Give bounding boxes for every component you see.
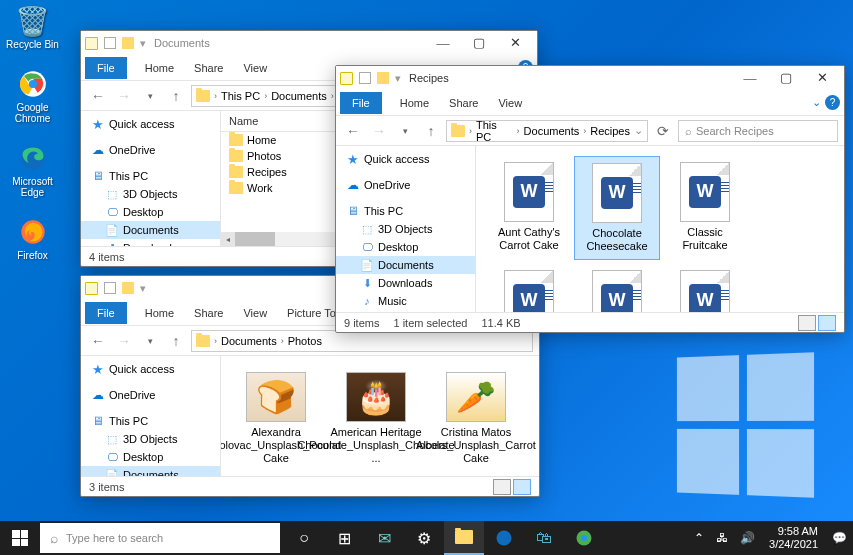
network-icon[interactable]: 🖧	[710, 521, 734, 555]
nav-this-pc[interactable]: 🖥This PC	[81, 412, 220, 430]
share-tab[interactable]: Share	[439, 92, 488, 114]
back-button[interactable]: ←	[342, 120, 364, 142]
file-tab[interactable]: File	[340, 92, 382, 114]
mail-app[interactable]: ✉	[364, 521, 404, 555]
home-tab[interactable]: Home	[390, 92, 439, 114]
nav-quick-access[interactable]: ★Quick access	[81, 360, 220, 378]
nav-documents[interactable]: 📄Documents	[336, 256, 475, 274]
titlebar[interactable]: ▾ Recipes — ▢ ✕	[336, 66, 844, 90]
minimize-button[interactable]: —	[732, 66, 768, 90]
address-bar[interactable]: › This PC › Documents › Recipes ⌄	[446, 120, 648, 142]
view-icons-button[interactable]	[818, 315, 836, 331]
maximize-button[interactable]: ▢	[461, 31, 497, 55]
task-view-button[interactable]: ⊞	[324, 521, 364, 555]
view-details-button[interactable]	[798, 315, 816, 331]
settings-app[interactable]: ⚙	[404, 521, 444, 555]
nav-3d-objects[interactable]: ⬚3D Objects	[81, 430, 220, 448]
chrome-app[interactable]	[564, 521, 604, 555]
nav-pane[interactable]: ★Quick access ☁OneDrive 🖥This PC ⬚3D Obj…	[336, 146, 476, 312]
forward-button[interactable]: →	[113, 330, 135, 352]
recent-button[interactable]: ▾	[139, 330, 161, 352]
nav-downloads[interactable]: ⬇Downloads	[336, 274, 475, 292]
file-explorer-app[interactable]	[444, 521, 484, 555]
view-tab[interactable]: View	[233, 302, 277, 324]
qat-dropdown-icon[interactable]: ▾	[395, 72, 401, 85]
microsoft-edge[interactable]: Microsoft Edge	[5, 142, 60, 198]
nav-desktop[interactable]: 🖵Desktop	[81, 203, 220, 221]
search-input[interactable]: ⌕ Search Recipes	[678, 120, 838, 142]
maximize-button[interactable]: ▢	[768, 66, 804, 90]
back-button[interactable]: ←	[87, 85, 109, 107]
recycle-bin[interactable]: 🗑️ Recycle Bin	[5, 5, 60, 50]
addr-dropdown-icon[interactable]: ⌄	[634, 124, 643, 137]
share-tab[interactable]: Share	[184, 57, 233, 79]
qat-props-icon[interactable]	[359, 72, 371, 84]
share-tab[interactable]: Share	[184, 302, 233, 324]
breadcrumb-seg[interactable]: Documents	[524, 125, 580, 137]
minimize-button[interactable]: —	[425, 31, 461, 55]
store-app[interactable]: 🛍	[524, 521, 564, 555]
nav-quick-access[interactable]: ★Quick access	[81, 115, 220, 133]
nav-onedrive[interactable]: ☁OneDrive	[336, 176, 475, 194]
content-pane[interactable]: WAunt Cathy's Carrot CakeWChocolate Chee…	[476, 146, 844, 312]
clock[interactable]: 9:58 AM 3/24/2021	[761, 525, 826, 551]
qat-props-icon[interactable]	[104, 282, 116, 294]
content-pane[interactable]: 🍞Alexandra Golovac_Unsplash_Pound Cake 🎂…	[221, 356, 539, 476]
file-tile[interactable]: 🎂American Heritage Chocolate_Unsplash_Ch…	[331, 366, 421, 472]
qat-new-icon[interactable]	[122, 282, 134, 294]
file-tile[interactable]: WGerman Chocolate Cake	[574, 264, 660, 312]
up-button[interactable]: ↑	[165, 85, 187, 107]
view-icons-button[interactable]	[513, 479, 531, 495]
breadcrumb-seg[interactable]: This PC	[221, 90, 260, 102]
help-icon[interactable]: ?	[825, 95, 840, 110]
notifications-icon[interactable]: 💬	[826, 521, 853, 555]
file-tile[interactable]: WChocolate Cheesecake	[574, 156, 660, 260]
firefox[interactable]: Firefox	[5, 216, 60, 261]
nav-documents[interactable]: 📄Documents	[81, 466, 220, 476]
titlebar[interactable]: ▾ Documents — ▢ ✕	[81, 31, 537, 55]
nav-this-pc[interactable]: 🖥This PC	[336, 202, 475, 220]
nav-documents[interactable]: 📄Documents	[81, 221, 220, 239]
qat-new-icon[interactable]	[122, 37, 134, 49]
up-button[interactable]: ↑	[165, 330, 187, 352]
back-button[interactable]: ←	[87, 330, 109, 352]
taskbar[interactable]: ⌕ Type here to search ○ ⊞ ✉ ⚙ 🛍 ⌃ 🖧 🔊 9:…	[0, 521, 853, 555]
forward-button[interactable]: →	[368, 120, 390, 142]
nav-onedrive[interactable]: ☁OneDrive	[81, 141, 220, 159]
start-button[interactable]	[0, 521, 40, 555]
nav-music[interactable]: ♪Music	[336, 292, 475, 310]
home-tab[interactable]: Home	[135, 302, 184, 324]
recent-button[interactable]: ▾	[139, 85, 161, 107]
nav-quick-access[interactable]: ★Quick access	[336, 150, 475, 168]
qat-new-icon[interactable]	[377, 72, 389, 84]
tray-chevron-icon[interactable]: ⌃	[688, 521, 710, 555]
nav-this-pc[interactable]: 🖥This PC	[81, 167, 220, 185]
taskbar-search[interactable]: ⌕ Type here to search	[40, 523, 280, 553]
qat-dropdown-icon[interactable]: ▾	[140, 282, 146, 295]
close-button[interactable]: ✕	[497, 31, 533, 55]
file-tile[interactable]: WClassic Fruitcake	[662, 156, 748, 260]
google-chrome[interactable]: Google Chrome	[5, 68, 60, 124]
edge-app[interactable]	[484, 521, 524, 555]
qat-props-icon[interactable]	[104, 37, 116, 49]
qat-dropdown-icon[interactable]: ▾	[140, 37, 146, 50]
breadcrumb-seg[interactable]: Documents	[221, 335, 277, 347]
view-tab[interactable]: View	[488, 92, 532, 114]
view-details-button[interactable]	[493, 479, 511, 495]
recent-button[interactable]: ▾	[394, 120, 416, 142]
file-tile[interactable]: WJeremy's Low-Fat Cheesecake	[662, 264, 748, 312]
nav-downloads[interactable]: ⬇Downloads	[81, 239, 220, 246]
nav-3d-objects[interactable]: ⬚3D Objects	[336, 220, 475, 238]
file-tile[interactable]: 🥕Cristina Matos Albers_Unsplash_Carrot C…	[431, 366, 521, 472]
file-tile[interactable]: WAunt Cathy's Carrot Cake	[486, 156, 572, 260]
view-tab[interactable]: View	[233, 57, 277, 79]
refresh-button[interactable]: ⟳	[652, 120, 674, 142]
nav-desktop[interactable]: 🖵Desktop	[336, 238, 475, 256]
breadcrumb-seg[interactable]: This PC	[476, 119, 513, 143]
file-tab[interactable]: File	[85, 302, 127, 324]
nav-onedrive[interactable]: ☁OneDrive	[81, 386, 220, 404]
breadcrumb-seg[interactable]: Photos	[288, 335, 322, 347]
file-tab[interactable]: File	[85, 57, 127, 79]
volume-icon[interactable]: 🔊	[734, 521, 761, 555]
nav-pane[interactable]: ★Quick access ☁OneDrive 🖥This PC ⬚3D Obj…	[81, 356, 221, 476]
